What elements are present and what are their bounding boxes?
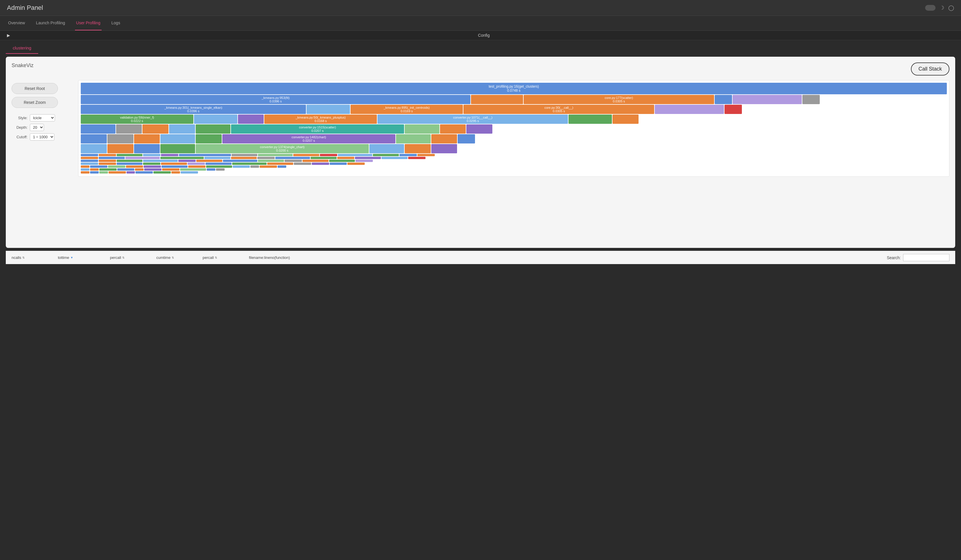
search-input[interactable]	[903, 254, 950, 261]
col-header-tottime[interactable]: tottime ▼	[58, 255, 110, 260]
fr9-4	[143, 160, 178, 162]
toggle-switch[interactable]	[925, 5, 935, 11]
viz-area: test_profiling.py:16(get_clusters) 0.074…	[78, 80, 950, 242]
config-label: Config	[14, 33, 954, 38]
fr9-2	[99, 160, 116, 162]
fr12-1	[81, 168, 90, 171]
tab-overview[interactable]: Overview	[7, 16, 26, 30]
fr11-3	[108, 165, 125, 168]
fr10-2	[99, 162, 116, 165]
profiling-section-label-wrapper: clustering	[0, 40, 961, 54]
flame-cell-small11	[81, 124, 116, 134]
flame-s5	[161, 154, 178, 156]
snakeviz-title: SnakeViz	[11, 63, 34, 69]
style-select[interactable]: Icicle Sunburst	[30, 114, 55, 122]
col-percall1-label: percall	[110, 255, 121, 260]
flame-cell-small4	[307, 105, 350, 114]
depth-select[interactable]: 20 10 5	[30, 124, 44, 131]
flame-cell-core-scatter[interactable]: core.py:177(scatter) 0.0305 s	[524, 95, 714, 104]
flame-cell-kmeans-init[interactable]: _kmeans.py:895(_init_centroids) 0.0169 s	[350, 105, 463, 114]
flame-cell-validation[interactable]: validation.py:59(inner_f) 0.0222 s	[81, 114, 193, 124]
fr13-2	[90, 171, 99, 173]
col-header-ncalls[interactable]: ncalls ⇅	[11, 255, 58, 260]
fr11-4	[126, 165, 143, 168]
flame-s9	[293, 154, 319, 156]
flame-cell-kmeans-single[interactable]: _kmeans.py:301(_kmeans_single_elkan) 0.0…	[81, 105, 306, 114]
fr13-1	[81, 171, 90, 173]
flame-cell-small21	[134, 134, 160, 143]
depth-label: Depth:	[11, 125, 27, 130]
flame-root-bar[interactable]: test_profiling.py:16(get_clusters) 0.074…	[81, 83, 947, 94]
flame-row-6: converter.py:1374(single_chart) 0.0200 s	[81, 144, 947, 153]
flame-cell-core-call[interactable]: core.py:30(__call__) 0.0305 s	[463, 105, 654, 114]
flame-cell-time: 0.0396 s	[82, 109, 305, 113]
flame-cell-label: _kmeans.py:953(fit)	[82, 96, 469, 99]
flame-r8-10	[337, 157, 355, 159]
flame-cell-label: converter.py:1071(__call__)	[378, 116, 567, 119]
fr12-5	[135, 168, 143, 171]
flame-cell-time: 0.0207 s	[232, 129, 403, 133]
fr11-11	[260, 165, 277, 168]
tab-user-profiling[interactable]: User Profiling	[75, 16, 101, 30]
flame-cell-kmeans-plus[interactable]: _kmeans.py:50(_kmeans_plusplus) 0.0168 s	[264, 114, 377, 124]
fr11-12	[278, 165, 286, 168]
flame-cell-converter-single[interactable]: converter.py:1374(single_chart) 0.0200 s	[196, 144, 369, 153]
flame-r8-12	[381, 157, 408, 159]
col-tottime-sort-icon: ▼	[70, 256, 73, 259]
fr10-9	[267, 162, 293, 165]
fr9-10	[302, 160, 329, 162]
flame-chart: test_profiling.py:16(get_clusters) 0.074…	[78, 80, 950, 177]
col-header-percall1[interactable]: percall ⇅	[110, 255, 156, 260]
call-stack-button[interactable]: Call Stack	[911, 63, 950, 75]
circle-icon: ◯	[948, 5, 954, 11]
flame-cell-small10	[612, 114, 638, 124]
cutoff-select[interactable]: 1 ÷ 1000 1 ÷ 100	[30, 133, 55, 141]
fr11-5	[143, 165, 161, 168]
flame-row-3: validation.py:59(inner_f) 0.0222 s _kmea…	[81, 114, 947, 124]
flame-cell-converter-call[interactable]: converter.py:1071(__call__) 0.0295 s	[378, 114, 568, 124]
col-header-percall2[interactable]: percall ⇅	[202, 255, 249, 260]
fr13-3	[99, 171, 108, 173]
fr10-6	[188, 162, 205, 165]
col-header-cumtime[interactable]: cumtime ⇅	[156, 255, 202, 260]
flame-cell-time: 0.0169 s	[351, 109, 462, 113]
flame-cell-label: core.py:30(__call__)	[464, 106, 653, 109]
flame-s2	[99, 154, 116, 156]
flame-cell-time: 0.0305 s	[464, 109, 653, 113]
flame-cell-small23	[196, 134, 222, 143]
tab-logs[interactable]: Logs	[110, 16, 121, 30]
flame-row-12	[81, 168, 947, 171]
tab-launch-profiling[interactable]: Launch Profiling	[35, 16, 66, 30]
reset-root-button[interactable]: Reset Root	[11, 83, 58, 94]
flame-cell-converter-scatter[interactable]: converter.py:1515(scatter) 0.0207 s	[231, 124, 404, 134]
play-button[interactable]: ▶	[7, 33, 10, 38]
fr12-3	[99, 168, 117, 171]
flame-s14	[418, 154, 435, 156]
flame-cell-time: 0.0222 s	[82, 119, 193, 123]
fr10-1	[81, 162, 98, 165]
flame-cell-small33	[431, 144, 457, 153]
flame-cell-time: 0.0200 s	[196, 149, 368, 152]
fr9-1	[81, 160, 98, 162]
config-bar: ▶ Config	[0, 30, 961, 40]
flame-r8-4	[161, 157, 204, 159]
flame-row-1: _kmeans.py:953(fit) 0.0396 s core.py:177…	[81, 95, 947, 104]
flame-root-label: test_profiling.py:16(get_clusters)	[489, 85, 539, 88]
flame-root-time: 0.0748 s	[507, 88, 521, 93]
flame-cell-small32	[405, 144, 431, 153]
flame-cell-small15	[196, 124, 230, 134]
reset-zoom-button[interactable]: Reset Zoom	[11, 97, 58, 108]
flame-r8-8	[275, 157, 310, 159]
flame-s12	[373, 154, 399, 156]
flame-s3	[117, 154, 143, 156]
col-percall1-sort-icon: ⇅	[122, 256, 124, 259]
flame-cell-small29	[134, 144, 160, 153]
flame-cell-converter-chart[interactable]: converter.py:1482(chart) 0.0207 s	[222, 134, 395, 143]
search-area: Search:	[887, 254, 950, 261]
flame-cell-label: core.py:177(scatter)	[524, 96, 713, 99]
flame-cell-small14	[169, 124, 195, 134]
flame-s11	[338, 154, 373, 156]
flame-cell-time: 0.0305 s	[524, 99, 713, 103]
flame-cell-kmeans-fit[interactable]: _kmeans.py:953(fit) 0.0396 s	[81, 95, 470, 104]
flame-r8-11	[355, 157, 381, 159]
